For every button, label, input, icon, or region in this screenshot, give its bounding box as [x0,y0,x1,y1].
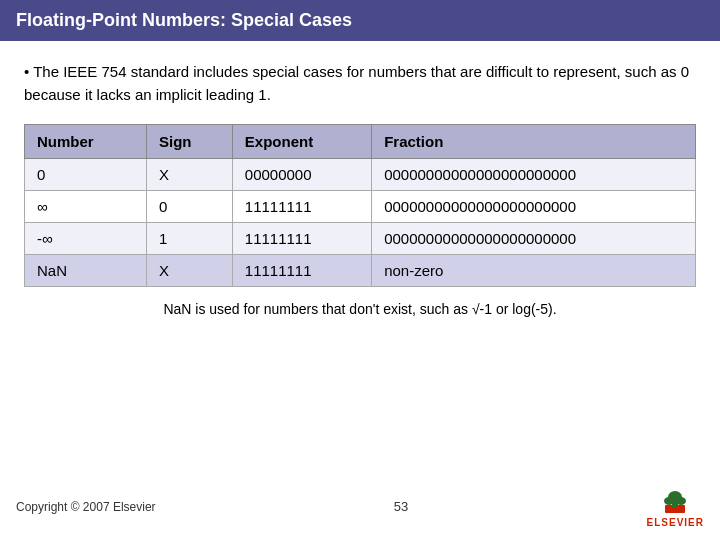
cell-exponent: 00000000 [232,159,371,191]
cell-number: 0 [25,159,147,191]
cell-number: NaN [25,255,147,287]
cell-fraction: non-zero [372,255,696,287]
cell-number: ∞ [25,191,147,223]
cell-sign: X [146,255,232,287]
cell-fraction: 00000000000000000000000 [372,223,696,255]
page-footer: Copyright © 2007 Elsevier 53 ELSEVIER [0,479,720,534]
footer-note: NaN is used for numbers that don't exist… [24,301,696,317]
table-row: -∞ 1 11111111 00000000000000000000000 [25,223,696,255]
cell-fraction: 00000000000000000000000 [372,159,696,191]
cell-exponent: 11111111 [232,191,371,223]
copyright: Copyright © 2007 Elsevier [16,500,156,514]
table-row: 0 X 00000000 00000000000000000000000 [25,159,696,191]
intro-bullet: • The IEEE 754 standard includes special… [24,61,696,106]
cell-exponent: 11111111 [232,255,371,287]
header: Floating-Point Numbers: Special Cases [0,0,720,41]
header-title: Floating-Point Numbers: Special Cases [16,10,352,30]
cell-exponent: 11111111 [232,223,371,255]
svg-point-3 [664,497,674,505]
col-exponent: Exponent [232,125,371,159]
page-number: 53 [394,499,408,514]
elsevier-tree-icon [659,485,691,517]
special-cases-table: Number Sign Exponent Fraction 0 X 000000… [24,124,696,287]
cell-number: -∞ [25,223,147,255]
cell-sign: X [146,159,232,191]
col-number: Number [25,125,147,159]
table-row: NaN X 11111111 non-zero [25,255,696,287]
cell-sign: 0 [146,191,232,223]
cell-fraction: 00000000000000000000000 [372,191,696,223]
elsevier-logo: ELSEVIER [647,485,704,528]
table-header-row: Number Sign Exponent Fraction [25,125,696,159]
table-row: ∞ 0 11111111 00000000000000000000000 [25,191,696,223]
content: • The IEEE 754 standard includes special… [0,41,720,337]
svg-point-4 [676,497,686,505]
col-fraction: Fraction [372,125,696,159]
elsevier-label: ELSEVIER [647,517,704,528]
col-sign: Sign [146,125,232,159]
cell-sign: 1 [146,223,232,255]
